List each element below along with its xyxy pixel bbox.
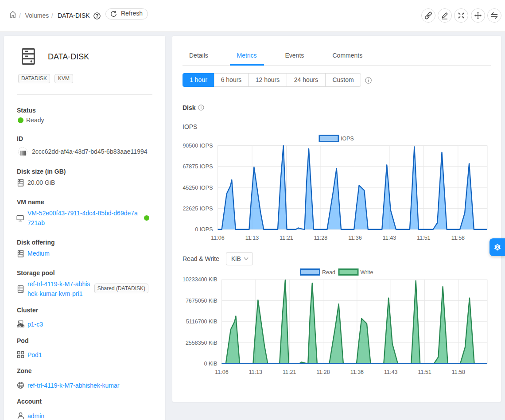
svg-text:22625 IOPS: 22625 IOPS [183, 206, 213, 212]
svg-text:11:43: 11:43 [384, 369, 397, 375]
svg-text:11:21: 11:21 [280, 235, 293, 241]
svg-text:11:43: 11:43 [383, 235, 396, 241]
svg-text:0 KiB: 0 KiB [204, 361, 218, 367]
svg-text:11:13: 11:13 [245, 235, 259, 241]
svg-text:45250 IOPS: 45250 IOPS [183, 185, 213, 191]
svg-text:90500 IOPS: 90500 IOPS [183, 143, 213, 149]
svg-text:10233400 KiB: 10233400 KiB [183, 276, 218, 283]
svg-text:11:06: 11:06 [211, 235, 224, 241]
svg-text:11:58: 11:58 [452, 369, 465, 375]
svg-text:11:13: 11:13 [249, 369, 262, 375]
svg-text:5116700 KiB: 5116700 KiB [186, 319, 218, 325]
svg-text:0 IOPS: 0 IOPS [195, 226, 213, 233]
svg-text:2558350 KiB: 2558350 KiB [186, 340, 218, 346]
svg-text:11:51: 11:51 [417, 235, 430, 241]
svg-text:7675050 KiB: 7675050 KiB [186, 298, 218, 304]
svg-text:Read: Read [322, 269, 335, 276]
svg-text:11:28: 11:28 [314, 235, 327, 241]
svg-text:IOPS: IOPS [341, 136, 354, 142]
svg-text:11:21: 11:21 [283, 369, 296, 375]
svg-text:11:28: 11:28 [316, 369, 330, 375]
svg-text:11:36: 11:36 [348, 235, 361, 241]
svg-text:11:36: 11:36 [350, 369, 364, 375]
svg-text:11:51: 11:51 [418, 369, 431, 375]
svg-text:67875 IOPS: 67875 IOPS [183, 163, 213, 170]
svg-text:11:06: 11:06 [215, 369, 228, 375]
svg-text:11:58: 11:58 [451, 235, 465, 241]
svg-text:Write: Write [361, 269, 373, 276]
